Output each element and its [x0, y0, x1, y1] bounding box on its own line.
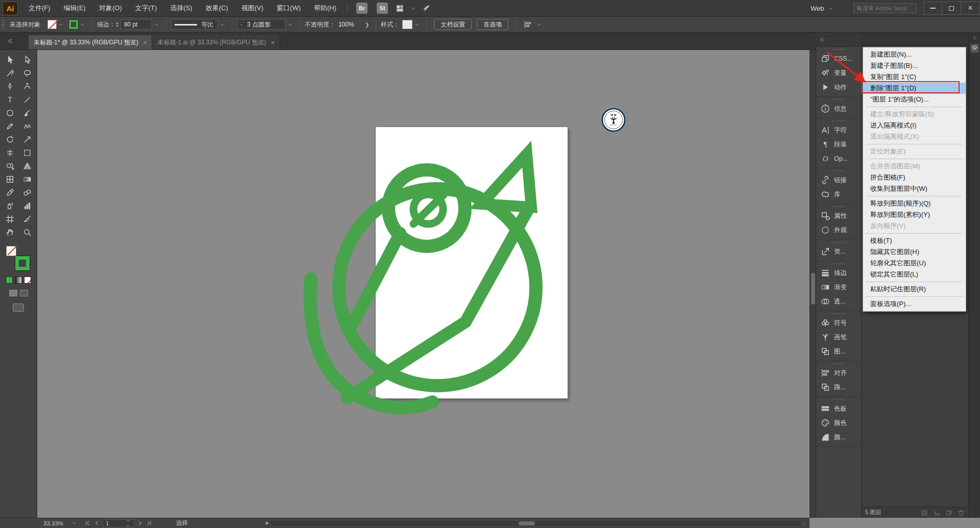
fill-proxy-none[interactable]: [6, 246, 16, 256]
dock-item-character[interactable]: 字符: [816, 123, 861, 137]
tool-scale[interactable]: [18, 133, 36, 146]
dock-item-variables[interactable]: 变量: [816, 66, 861, 80]
canvas-area[interactable]: [37, 50, 810, 518]
menu-窗口[interactable]: 窗口(W): [270, 0, 307, 17]
tool-curvature[interactable]: [18, 80, 36, 93]
dock-item-gradient[interactable]: 渐变: [816, 280, 861, 294]
menu-item-隐藏其它图层-H-[interactable]: 隐藏其它图层(H): [863, 246, 966, 258]
screen-mode-button[interactable]: [13, 304, 24, 312]
opacity-flyout-arrow[interactable]: ❯: [365, 22, 369, 28]
document-setup-button[interactable]: 文档设置: [434, 19, 472, 30]
new-layer-icon[interactable]: [945, 509, 952, 516]
dock-item-paragraph[interactable]: ¶段落: [816, 137, 861, 152]
app-button-br[interactable]: Br: [356, 3, 368, 14]
stroke-weight-field[interactable]: 80 pt: [120, 19, 152, 30]
dock-grip[interactable]: [832, 313, 845, 315]
tab-close-icon[interactable]: ×: [271, 39, 275, 46]
app-button-st[interactable]: St: [377, 3, 388, 14]
menu-item-收集到新图层中-W-[interactable]: 收集到新图层中(W): [863, 183, 966, 194]
tool-mesh[interactable]: [1, 172, 18, 186]
menu-编辑[interactable]: 编辑(E): [57, 0, 92, 17]
tool-selection[interactable]: [1, 53, 18, 66]
status-flyout-icon[interactable]: [264, 520, 270, 526]
minimize-button[interactable]: [923, 2, 942, 15]
dock-item-appearance[interactable]: 外观: [816, 223, 861, 237]
close-button[interactable]: ×: [961, 2, 980, 15]
menu-文字[interactable]: 文字(T): [129, 0, 164, 17]
stroke-proxy-green[interactable]: [15, 256, 30, 270]
menu-视图[interactable]: 视图(V): [235, 0, 270, 17]
dock-item-align[interactable]: 对齐: [816, 366, 861, 380]
menu-文件[interactable]: 文件(F): [22, 0, 57, 17]
first-artboard-icon[interactable]: [84, 520, 91, 526]
tool-width-tool[interactable]: [1, 146, 18, 159]
chevron-down-icon[interactable]: [536, 22, 542, 28]
tool-gradient[interactable]: [18, 172, 36, 186]
tool-symbol-sprayer[interactable]: [1, 199, 18, 212]
maximize-button[interactable]: [942, 2, 961, 15]
brush-definition-select[interactable]: · 3 点圆形: [237, 19, 286, 30]
menu-item-模板-T-[interactable]: 模板(T): [863, 235, 966, 246]
tool-column-graph[interactable]: [18, 199, 36, 212]
document-tab-1[interactable]: 未标题-1* @ 33.33% (RGB/GPU 预览)×: [29, 35, 152, 49]
dock-item-color-guide[interactable]: 颜...: [816, 430, 861, 444]
workspace-switcher[interactable]: Web: [811, 5, 834, 12]
chevron-down-icon[interactable]: [58, 22, 64, 28]
dock-grip[interactable]: [832, 120, 845, 122]
tool-blend[interactable]: [18, 186, 36, 199]
horizontal-scroll-thumb[interactable]: [519, 521, 535, 525]
dock-grip[interactable]: [832, 99, 845, 100]
dock-grip[interactable]: [832, 242, 845, 243]
tool-perspective-grid[interactable]: [18, 159, 36, 172]
fill-stroke-proxy[interactable]: [6, 246, 31, 271]
chevron-down-icon[interactable]: [80, 22, 85, 28]
menu-item-拼合图稿-F-[interactable]: 拼合图稿(F): [863, 172, 966, 183]
menu-item-粘贴时记住图层-R-[interactable]: 粘贴时记住图层(R): [863, 284, 966, 295]
dock-grip[interactable]: [832, 49, 845, 51]
tool-magic-wand[interactable]: [1, 66, 18, 80]
dock-item-color[interactable]: 颜色: [816, 416, 861, 430]
dock-item-transparency[interactable]: 透...: [816, 294, 861, 309]
tool-shaper[interactable]: [18, 119, 36, 133]
menu-item-进入隔离模式-I-[interactable]: 进入隔离模式(I): [863, 120, 966, 131]
expand-dock-icon[interactable]: [969, 35, 980, 41]
menu-item-新建子图层-B-[interactable]: 新建子图层(B)...: [863, 60, 966, 71]
dock-item-swatches[interactable]: 色板: [816, 401, 861, 416]
tool-hand[interactable]: [1, 225, 18, 239]
horizontal-scrollbar[interactable]: [271, 521, 801, 526]
tool-pen[interactable]: [1, 80, 18, 93]
vertical-scrollbar[interactable]: [810, 50, 816, 518]
tool-rotate[interactable]: [1, 133, 18, 146]
menu-item--图层-1-的选项-O-[interactable]: "图层 1"的选项(O)...: [863, 94, 966, 105]
chevron-down-icon[interactable]: [154, 22, 159, 28]
prev-artboard-icon[interactable]: [93, 520, 100, 526]
collapse-panel-icon[interactable]: [2, 36, 17, 46]
chevron-down-icon[interactable]: [410, 6, 416, 11]
stroke-stepper[interactable]: ▲▼: [115, 21, 119, 28]
preferences-button[interactable]: 首选项: [477, 19, 508, 30]
stroke-color-swatch[interactable]: [69, 20, 78, 29]
collapse-dock-icon[interactable]: [819, 37, 825, 43]
tool-type[interactable]: T: [1, 93, 18, 106]
menu-帮助[interactable]: 帮助(H): [307, 0, 343, 17]
artboard-navigation[interactable]: 1: [103, 519, 134, 527]
menu-选择[interactable]: 选择(S): [163, 0, 199, 17]
dock-item-pathfinder[interactable]: 路...: [816, 380, 861, 394]
tool-paintbrush[interactable]: [18, 106, 36, 119]
dock-item-actions[interactable]: 动作: [816, 80, 861, 94]
dock-item-asset-export[interactable]: 资...: [816, 244, 861, 259]
menu-对象[interactable]: 对象(O): [92, 0, 129, 17]
none-mode-button[interactable]: [24, 276, 31, 284]
dock-item-opentype[interactable]: OOp...: [816, 152, 861, 166]
tab-close-icon[interactable]: ×: [143, 39, 147, 46]
panel-grip[interactable]: [2, 20, 5, 29]
dock-grip[interactable]: [832, 399, 845, 400]
menu-效果[interactable]: 效果(C): [199, 0, 235, 17]
next-artboard-icon[interactable]: [137, 520, 143, 526]
chevron-down-icon[interactable]: [71, 520, 77, 526]
tool-pencil[interactable]: [1, 119, 18, 133]
chevron-down-icon[interactable]: [219, 22, 225, 28]
tool-direct-selection[interactable]: [18, 53, 36, 66]
gpu-performance-icon[interactable]: [422, 4, 431, 13]
delete-layer-icon[interactable]: [958, 509, 965, 516]
